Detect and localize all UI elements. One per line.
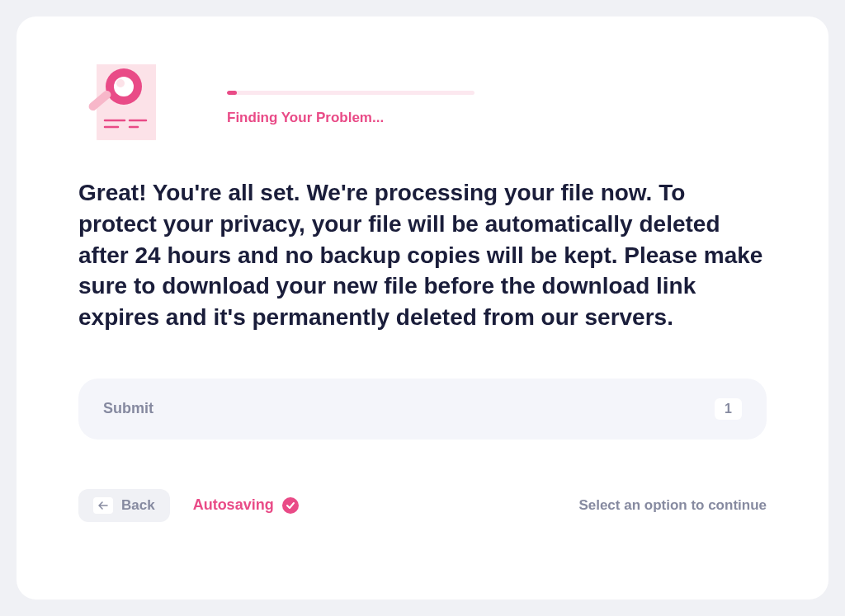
svg-point-6 xyxy=(114,77,134,96)
submit-label: Submit xyxy=(103,400,153,417)
progress-label: Finding Your Problem... xyxy=(227,110,767,126)
back-label: Back xyxy=(121,497,155,514)
back-arrow-icon xyxy=(93,497,113,514)
submit-count-badge: 1 xyxy=(715,398,742,420)
progress-section: Finding Your Problem... xyxy=(227,58,767,126)
main-card: Finding Your Problem... Great! You're al… xyxy=(17,16,828,600)
back-button[interactable]: Back xyxy=(78,489,170,522)
progress-bar xyxy=(227,91,474,95)
svg-point-7 xyxy=(116,79,125,87)
header: Finding Your Problem... xyxy=(78,58,767,144)
receipt-magnifier-illustration xyxy=(78,58,169,144)
continue-hint: Select an option to continue xyxy=(578,497,767,514)
footer: Back Autosaving Select an option to cont… xyxy=(78,489,767,522)
submit-option[interactable]: Submit 1 xyxy=(78,379,767,440)
autosaving-label: Autosaving xyxy=(193,496,274,514)
progress-fill xyxy=(227,91,237,95)
autosaving-status: Autosaving xyxy=(193,496,299,514)
check-icon xyxy=(282,497,299,514)
main-message: Great! You're all set. We're processing … xyxy=(78,177,767,333)
